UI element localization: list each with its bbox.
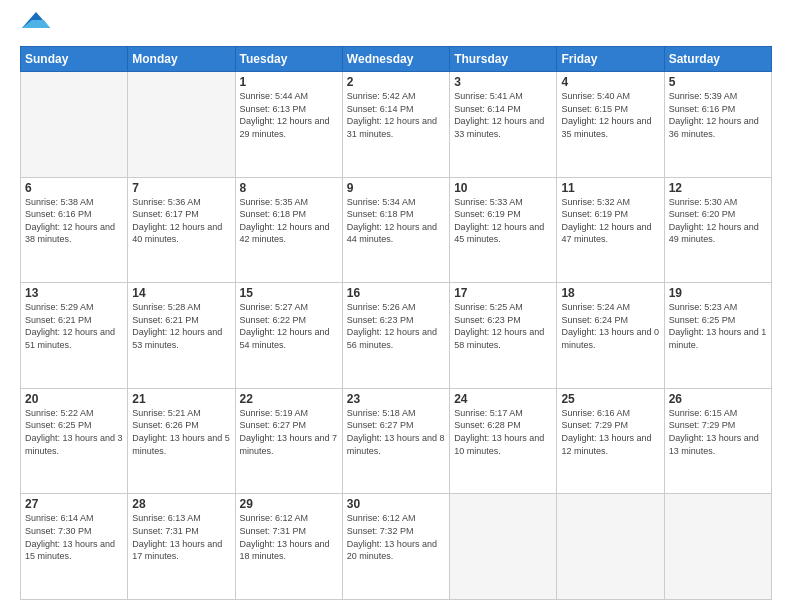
- header: [20, 18, 772, 36]
- calendar-cell: 26Sunrise: 6:15 AMSunset: 7:29 PMDayligh…: [664, 388, 771, 494]
- calendar-cell: 12Sunrise: 5:30 AMSunset: 6:20 PMDayligh…: [664, 177, 771, 283]
- calendar-cell: 28Sunrise: 6:13 AMSunset: 7:31 PMDayligh…: [128, 494, 235, 600]
- calendar-cell: 15Sunrise: 5:27 AMSunset: 6:22 PMDayligh…: [235, 283, 342, 389]
- calendar-cell: [128, 72, 235, 178]
- day-number: 10: [454, 181, 552, 195]
- calendar-cell: 4Sunrise: 5:40 AMSunset: 6:15 PMDaylight…: [557, 72, 664, 178]
- day-info: Sunrise: 6:14 AMSunset: 7:30 PMDaylight:…: [25, 512, 123, 562]
- day-info: Sunrise: 5:18 AMSunset: 6:27 PMDaylight:…: [347, 407, 445, 457]
- day-info: Sunrise: 5:30 AMSunset: 6:20 PMDaylight:…: [669, 196, 767, 246]
- day-info: Sunrise: 5:34 AMSunset: 6:18 PMDaylight:…: [347, 196, 445, 246]
- day-number: 18: [561, 286, 659, 300]
- week-row-1: 1Sunrise: 5:44 AMSunset: 6:13 PMDaylight…: [21, 72, 772, 178]
- day-info: Sunrise: 5:35 AMSunset: 6:18 PMDaylight:…: [240, 196, 338, 246]
- day-number: 28: [132, 497, 230, 511]
- day-number: 2: [347, 75, 445, 89]
- calendar-cell: [557, 494, 664, 600]
- calendar-cell: [21, 72, 128, 178]
- day-number: 29: [240, 497, 338, 511]
- calendar-cell: 29Sunrise: 6:12 AMSunset: 7:31 PMDayligh…: [235, 494, 342, 600]
- day-number: 22: [240, 392, 338, 406]
- day-number: 21: [132, 392, 230, 406]
- day-number: 17: [454, 286, 552, 300]
- day-number: 14: [132, 286, 230, 300]
- calendar-cell: 8Sunrise: 5:35 AMSunset: 6:18 PMDaylight…: [235, 177, 342, 283]
- day-header-friday: Friday: [557, 47, 664, 72]
- day-number: 25: [561, 392, 659, 406]
- calendar-cell: 17Sunrise: 5:25 AMSunset: 6:23 PMDayligh…: [450, 283, 557, 389]
- day-info: Sunrise: 5:23 AMSunset: 6:25 PMDaylight:…: [669, 301, 767, 351]
- calendar-table: SundayMondayTuesdayWednesdayThursdayFrid…: [20, 46, 772, 600]
- day-info: Sunrise: 5:40 AMSunset: 6:15 PMDaylight:…: [561, 90, 659, 140]
- day-info: Sunrise: 5:44 AMSunset: 6:13 PMDaylight:…: [240, 90, 338, 140]
- calendar-cell: [664, 494, 771, 600]
- calendar-cell: 22Sunrise: 5:19 AMSunset: 6:27 PMDayligh…: [235, 388, 342, 494]
- week-row-3: 13Sunrise: 5:29 AMSunset: 6:21 PMDayligh…: [21, 283, 772, 389]
- calendar-cell: 30Sunrise: 6:12 AMSunset: 7:32 PMDayligh…: [342, 494, 449, 600]
- day-header-sunday: Sunday: [21, 47, 128, 72]
- day-header-wednesday: Wednesday: [342, 47, 449, 72]
- calendar-cell: 11Sunrise: 5:32 AMSunset: 6:19 PMDayligh…: [557, 177, 664, 283]
- calendar-cell: 5Sunrise: 5:39 AMSunset: 6:16 PMDaylight…: [664, 72, 771, 178]
- calendar-cell: 25Sunrise: 6:16 AMSunset: 7:29 PMDayligh…: [557, 388, 664, 494]
- logo-icon: [22, 8, 50, 36]
- calendar-cell: 20Sunrise: 5:22 AMSunset: 6:25 PMDayligh…: [21, 388, 128, 494]
- day-info: Sunrise: 5:21 AMSunset: 6:26 PMDaylight:…: [132, 407, 230, 457]
- day-number: 8: [240, 181, 338, 195]
- calendar-cell: 16Sunrise: 5:26 AMSunset: 6:23 PMDayligh…: [342, 283, 449, 389]
- day-info: Sunrise: 5:42 AMSunset: 6:14 PMDaylight:…: [347, 90, 445, 140]
- calendar-cell: 3Sunrise: 5:41 AMSunset: 6:14 PMDaylight…: [450, 72, 557, 178]
- day-info: Sunrise: 6:12 AMSunset: 7:32 PMDaylight:…: [347, 512, 445, 562]
- day-number: 19: [669, 286, 767, 300]
- day-info: Sunrise: 6:12 AMSunset: 7:31 PMDaylight:…: [240, 512, 338, 562]
- day-number: 16: [347, 286, 445, 300]
- day-number: 23: [347, 392, 445, 406]
- day-header-thursday: Thursday: [450, 47, 557, 72]
- day-number: 5: [669, 75, 767, 89]
- day-number: 7: [132, 181, 230, 195]
- day-info: Sunrise: 5:25 AMSunset: 6:23 PMDaylight:…: [454, 301, 552, 351]
- page: SundayMondayTuesdayWednesdayThursdayFrid…: [0, 0, 792, 612]
- calendar-cell: 7Sunrise: 5:36 AMSunset: 6:17 PMDaylight…: [128, 177, 235, 283]
- week-row-2: 6Sunrise: 5:38 AMSunset: 6:16 PMDaylight…: [21, 177, 772, 283]
- calendar-cell: 19Sunrise: 5:23 AMSunset: 6:25 PMDayligh…: [664, 283, 771, 389]
- day-info: Sunrise: 5:26 AMSunset: 6:23 PMDaylight:…: [347, 301, 445, 351]
- week-row-4: 20Sunrise: 5:22 AMSunset: 6:25 PMDayligh…: [21, 388, 772, 494]
- day-info: Sunrise: 5:41 AMSunset: 6:14 PMDaylight:…: [454, 90, 552, 140]
- day-info: Sunrise: 5:19 AMSunset: 6:27 PMDaylight:…: [240, 407, 338, 457]
- day-info: Sunrise: 6:13 AMSunset: 7:31 PMDaylight:…: [132, 512, 230, 562]
- day-info: Sunrise: 5:27 AMSunset: 6:22 PMDaylight:…: [240, 301, 338, 351]
- day-info: Sunrise: 5:36 AMSunset: 6:17 PMDaylight:…: [132, 196, 230, 246]
- day-number: 1: [240, 75, 338, 89]
- day-header-saturday: Saturday: [664, 47, 771, 72]
- day-number: 6: [25, 181, 123, 195]
- calendar-cell: 24Sunrise: 5:17 AMSunset: 6:28 PMDayligh…: [450, 388, 557, 494]
- day-number: 20: [25, 392, 123, 406]
- calendar-cell: 27Sunrise: 6:14 AMSunset: 7:30 PMDayligh…: [21, 494, 128, 600]
- calendar-cell: 23Sunrise: 5:18 AMSunset: 6:27 PMDayligh…: [342, 388, 449, 494]
- day-info: Sunrise: 6:16 AMSunset: 7:29 PMDaylight:…: [561, 407, 659, 457]
- day-header-tuesday: Tuesday: [235, 47, 342, 72]
- day-info: Sunrise: 5:39 AMSunset: 6:16 PMDaylight:…: [669, 90, 767, 140]
- calendar-cell: 18Sunrise: 5:24 AMSunset: 6:24 PMDayligh…: [557, 283, 664, 389]
- day-info: Sunrise: 5:32 AMSunset: 6:19 PMDaylight:…: [561, 196, 659, 246]
- day-number: 4: [561, 75, 659, 89]
- calendar-cell: 10Sunrise: 5:33 AMSunset: 6:19 PMDayligh…: [450, 177, 557, 283]
- day-number: 26: [669, 392, 767, 406]
- day-header-monday: Monday: [128, 47, 235, 72]
- day-info: Sunrise: 5:17 AMSunset: 6:28 PMDaylight:…: [454, 407, 552, 457]
- day-number: 27: [25, 497, 123, 511]
- day-number: 24: [454, 392, 552, 406]
- day-info: Sunrise: 5:33 AMSunset: 6:19 PMDaylight:…: [454, 196, 552, 246]
- week-row-5: 27Sunrise: 6:14 AMSunset: 7:30 PMDayligh…: [21, 494, 772, 600]
- logo: [20, 18, 50, 36]
- calendar-cell: 1Sunrise: 5:44 AMSunset: 6:13 PMDaylight…: [235, 72, 342, 178]
- calendar-cell: 9Sunrise: 5:34 AMSunset: 6:18 PMDaylight…: [342, 177, 449, 283]
- day-number: 11: [561, 181, 659, 195]
- day-info: Sunrise: 5:24 AMSunset: 6:24 PMDaylight:…: [561, 301, 659, 351]
- day-info: Sunrise: 5:38 AMSunset: 6:16 PMDaylight:…: [25, 196, 123, 246]
- day-info: Sunrise: 5:22 AMSunset: 6:25 PMDaylight:…: [25, 407, 123, 457]
- day-number: 3: [454, 75, 552, 89]
- calendar-cell: 21Sunrise: 5:21 AMSunset: 6:26 PMDayligh…: [128, 388, 235, 494]
- calendar-cell: 14Sunrise: 5:28 AMSunset: 6:21 PMDayligh…: [128, 283, 235, 389]
